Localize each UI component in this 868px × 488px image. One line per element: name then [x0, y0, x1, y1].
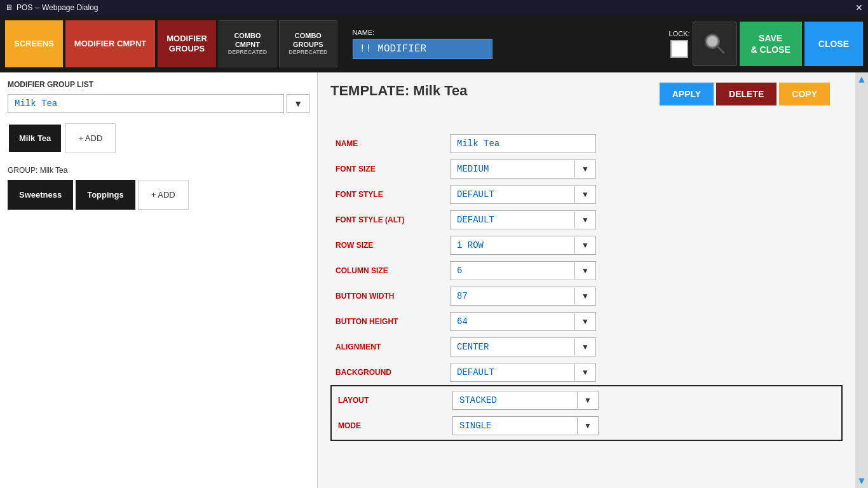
highlighted-field-row-layout: LAYOUTSTACKED▼: [333, 388, 840, 413]
lock-checkbox[interactable]: [670, 40, 688, 58]
field-row-column-size: COLUMN SIZE6▼: [330, 258, 843, 283]
modifier-group-list-label: MODIFIER GROUP LIST: [8, 80, 309, 89]
right-scrollbar: ▲ ▼: [855, 72, 868, 488]
window-close-button[interactable]: ✕: [855, 3, 863, 13]
scroll-up-arrow[interactable]: ▲: [857, 74, 867, 85]
subgroup-item-toppings[interactable]: Toppings: [76, 180, 135, 210]
highlighted-select-layout[interactable]: STACKED▼: [452, 391, 599, 410]
title-bar: 🖥 POS -- Webpage Dialog ✕: [0, 0, 868, 15]
title-bar-text: POS -- Webpage Dialog: [17, 3, 98, 12]
field-row-button-width: BUTTON WIDTH87▼: [330, 283, 843, 309]
field-label: BUTTON HEIGHT: [330, 309, 445, 334]
field-label: FONT STYLE (ALT): [330, 207, 445, 233]
scroll-down-arrow[interactable]: ▼: [857, 475, 867, 487]
field-label: ALIGNMENT: [330, 334, 445, 360]
lock-label: LOCK:: [669, 30, 690, 37]
main-layout: MODIFIER GROUP LIST ▼ Milk Tea + ADD GRO…: [0, 72, 868, 488]
chevron-down-icon[interactable]: ▼: [574, 262, 595, 279]
highlighted-field-row-mode: MODESINGLE▼: [333, 413, 840, 438]
field-select-alignment[interactable]: CENTER▼: [450, 337, 596, 356]
field-label: ROW SIZE: [330, 233, 445, 258]
chevron-down-icon[interactable]: ▼: [577, 417, 598, 434]
field-select-font-size[interactable]: MEDIUM▼: [450, 159, 596, 179]
apply-button[interactable]: APPLY: [660, 83, 714, 105]
svg-line-2: [717, 46, 724, 53]
field-row-row-size: ROW SIZE1 ROW▼: [330, 233, 843, 258]
combo-groups-button[interactable]: COMBOGROUPS DEPRECATED: [279, 20, 337, 67]
field-label: FONT STYLE: [330, 182, 445, 207]
save-close-button[interactable]: SAVE& CLOSE: [740, 22, 802, 66]
search-button[interactable]: [693, 22, 737, 66]
close-button[interactable]: CLOSE: [804, 22, 863, 66]
field-select-row-size[interactable]: 1 ROW▼: [450, 236, 596, 255]
group-dropdown-arrow[interactable]: ▼: [287, 94, 309, 113]
combo-cmpnt-button[interactable]: COMBOCMPNT DEPRECATED: [219, 20, 276, 67]
name-input[interactable]: [353, 39, 492, 59]
field-row-font-style-alt: FONT STYLE (ALT)DEFAULT▼: [330, 207, 843, 233]
chevron-down-icon[interactable]: ▼: [574, 161, 595, 177]
add-group-button[interactable]: + ADD: [65, 123, 116, 153]
group-dropdown-input[interactable]: [8, 94, 284, 113]
group-dropdown-row: ▼: [8, 94, 309, 113]
app-icon: 🖥: [5, 3, 13, 12]
name-section: NAME:: [353, 20, 641, 67]
field-row-name: NAME: [330, 131, 843, 156]
chevron-down-icon[interactable]: ▼: [574, 186, 595, 203]
lock-section: LOCK:: [669, 20, 690, 67]
chevron-down-icon[interactable]: ▼: [577, 392, 598, 409]
subgroup-list: Sweetness Toppings + ADD: [8, 180, 309, 210]
svg-point-1: [707, 36, 717, 46]
add-subgroup-button[interactable]: + ADD: [138, 180, 189, 210]
group-section-label: GROUP: Milk Tea: [8, 166, 309, 175]
group-item-milk-tea[interactable]: Milk Tea: [8, 123, 62, 153]
content-area: TEMPLATE: Milk Tea APPLY DELETE COPY NAM…: [318, 72, 855, 488]
chevron-down-icon[interactable]: ▼: [574, 212, 595, 228]
field-input-name[interactable]: [450, 134, 596, 153]
name-label: NAME:: [353, 29, 641, 36]
sidebar: MODIFIER GROUP LIST ▼ Milk Tea + ADD GRO…: [0, 72, 318, 488]
field-label: NAME: [330, 131, 445, 156]
action-buttons: APPLY DELETE COPY: [660, 83, 830, 105]
modifier-cmpnt-button[interactable]: MODIFIER CMPNT: [65, 20, 155, 67]
subgroup-item-sweetness[interactable]: Sweetness: [8, 180, 73, 210]
group-list: Milk Tea + ADD: [8, 123, 309, 153]
field-select-button-height[interactable]: 64▼: [450, 312, 596, 331]
highlighted-select-mode[interactable]: SINGLE▼: [452, 416, 599, 435]
chevron-down-icon[interactable]: ▼: [574, 339, 595, 355]
field-select-column-size[interactable]: 6▼: [450, 261, 596, 280]
field-label: COLUMN SIZE: [330, 258, 445, 283]
field-select-font-style-(alt)[interactable]: DEFAULT▼: [450, 210, 596, 229]
copy-button[interactable]: COPY: [779, 83, 830, 105]
chevron-down-icon[interactable]: ▼: [574, 237, 595, 254]
screens-button[interactable]: SCREENS: [5, 20, 63, 67]
toolbar: SCREENS MODIFIER CMPNT MODIFIERGROUPS CO…: [0, 15, 868, 72]
field-row-alignment: ALIGNMENTCENTER▼: [330, 334, 843, 360]
field-select-background[interactable]: DEFAULT▼: [450, 363, 596, 382]
chevron-down-icon[interactable]: ▼: [574, 288, 595, 304]
field-select-font-style[interactable]: DEFAULT▼: [450, 185, 596, 204]
chevron-down-icon[interactable]: ▼: [574, 313, 595, 330]
field-row-background: BACKGROUNDDEFAULT▼: [330, 360, 843, 385]
field-label: BUTTON WIDTH: [330, 283, 445, 309]
field-row-button-height: BUTTON HEIGHT64▼: [330, 309, 843, 334]
field-label: BACKGROUND: [330, 360, 445, 385]
delete-button[interactable]: DELETE: [716, 83, 776, 105]
field-row-font-size: FONT SIZEMEDIUM▼: [330, 156, 843, 182]
highlighted-fields: LAYOUTSTACKED▼MODESINGLE▼: [330, 385, 843, 441]
field-select-button-width[interactable]: 87▼: [450, 287, 596, 306]
field-row-font-style: FONT STYLEDEFAULT▼: [330, 182, 843, 207]
modifier-groups-button[interactable]: MODIFIERGROUPS: [158, 20, 216, 67]
fields-table: NAMEFONT SIZEMEDIUM▼FONT STYLEDEFAULT▼FO…: [330, 131, 843, 385]
field-label: FONT SIZE: [330, 156, 445, 182]
chevron-down-icon[interactable]: ▼: [574, 364, 595, 381]
toolbar-right: SAVE& CLOSE CLOSE: [693, 20, 863, 67]
